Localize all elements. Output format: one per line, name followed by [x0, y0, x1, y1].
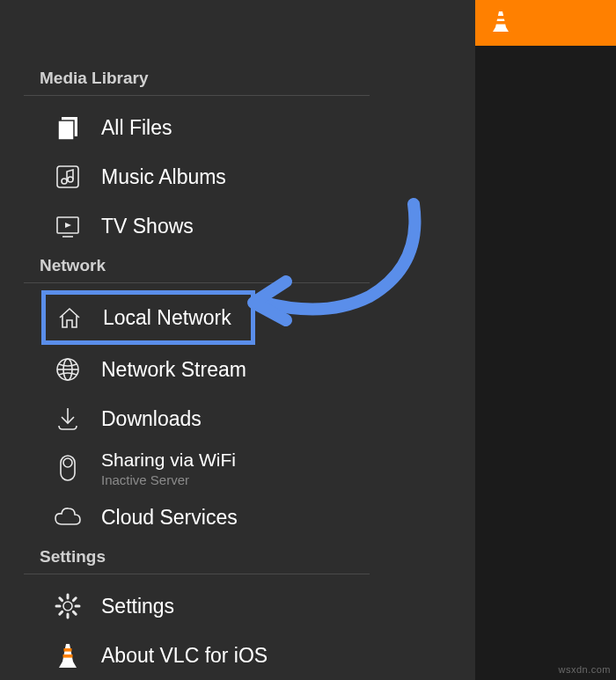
- globe-icon: [48, 355, 87, 384]
- svg-point-14: [63, 458, 72, 467]
- sidebar-item-label: TV Shows: [101, 215, 194, 238]
- top-header-bar: [475, 0, 616, 46]
- cloud-icon: [48, 503, 87, 531]
- sidebar-item-sublabel: Inactive Server: [101, 472, 236, 487]
- sidebar-item-tv-shows[interactable]: TV Shows: [13, 201, 475, 251]
- vlc-cone-icon: [48, 642, 87, 669]
- divider: [24, 95, 370, 96]
- sidebar-item-label: About VLC for iOS: [101, 644, 268, 668]
- sidebar-item-cloud-services[interactable]: Cloud Services: [13, 493, 475, 542]
- tv-icon: [48, 212, 87, 240]
- sidebar-item-downloads[interactable]: Downloads: [13, 394, 475, 443]
- section-header-media-library: Media Library: [13, 69, 475, 95]
- sidebar-item-label: Network Stream: [101, 358, 246, 382]
- svg-rect-3: [58, 121, 74, 140]
- svg-rect-16: [64, 648, 72, 652]
- sidebar-item-local-network[interactable]: Local Network: [41, 290, 255, 345]
- sidebar-item-label: Settings: [101, 595, 174, 618]
- sidebar-item-all-files[interactable]: All Files: [13, 103, 475, 152]
- svg-point-15: [63, 602, 72, 611]
- sidebar-item-label: All Files: [101, 116, 172, 140]
- watermark-text: wsxdn.com: [558, 664, 611, 675]
- download-icon: [48, 405, 87, 433]
- vlc-cone-icon: [491, 10, 510, 36]
- sidebar-item-network-stream[interactable]: Network Stream: [13, 345, 475, 394]
- sidebar-item-label: Sharing via WiFi: [101, 450, 236, 471]
- divider: [24, 282, 370, 283]
- content-panel: [475, 0, 616, 680]
- svg-point-5: [62, 179, 67, 184]
- music-icon: [48, 163, 87, 191]
- files-icon: [48, 113, 87, 142]
- svg-rect-1: [495, 21, 506, 25]
- sidebar-item-sharing-wifi[interactable]: Sharing via WiFi Inactive Server: [13, 443, 475, 493]
- sidebar-item-settings[interactable]: Settings: [13, 581, 475, 631]
- svg-point-6: [68, 177, 73, 182]
- sidebar-item-label: Downloads: [101, 407, 202, 431]
- sidebar-menu: Media Library All Files Music Albums: [0, 0, 475, 680]
- svg-rect-13: [61, 456, 75, 480]
- sidebar-item-about[interactable]: About VLC for iOS: [13, 631, 475, 680]
- gear-icon: [48, 592, 87, 620]
- sidebar-item-music-albums[interactable]: Music Albums: [13, 152, 475, 201]
- divider: [24, 574, 370, 574]
- svg-rect-0: [496, 16, 505, 19]
- section-header-network: Network: [13, 256, 475, 282]
- toggle-off-icon: [48, 452, 87, 484]
- sidebar-item-label: Music Albums: [101, 165, 226, 189]
- sidebar-item-label: Cloud Services: [101, 506, 238, 530]
- sidebar-item-label: Local Network: [103, 306, 231, 330]
- svg-rect-4: [57, 166, 78, 187]
- home-icon: [50, 303, 89, 332]
- section-header-settings: Settings: [13, 547, 475, 574]
- svg-rect-17: [63, 654, 73, 658]
